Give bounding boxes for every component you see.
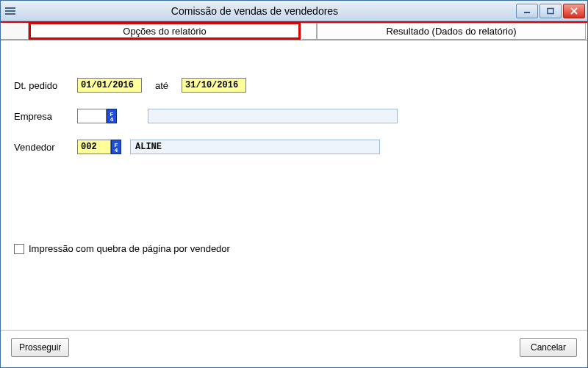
title-bar: Comissão de vendas de vendedores: [1, 1, 587, 21]
cancel-button-label: Cancelar: [531, 342, 566, 353]
row-vendedor: Vendedor 002 F4 ALINE: [14, 139, 574, 155]
footer-bar: Prosseguir Cancelar: [1, 330, 587, 367]
input-empresa-desc[interactable]: [148, 109, 398, 123]
window-controls: [516, 4, 585, 18]
tab-spacer: [1, 23, 29, 40]
input-dt-to[interactable]: 31/10/2016: [182, 78, 246, 93]
window-title: Comissão de vendas de vendedores: [0, 5, 516, 17]
lookup-vendedor-button[interactable]: F4: [111, 140, 121, 154]
form-panel: Dt. pedido 01/01/2016 até 31/10/2016 Emp…: [1, 40, 587, 330]
label-checkbox-quebra[interactable]: Impressão com quebra de página por vende…: [29, 243, 230, 254]
proceed-button[interactable]: Prosseguir: [11, 338, 69, 357]
cancel-button[interactable]: Cancelar: [520, 338, 577, 357]
row-dt-pedido: Dt. pedido 01/01/2016 até 31/10/2016: [14, 77, 574, 93]
tab-result[interactable]: Resultado (Dados do relatório): [317, 23, 586, 40]
lookup-empresa-button[interactable]: F4: [107, 109, 117, 123]
tab-options[interactable]: Opções do relatório: [29, 22, 301, 40]
close-button[interactable]: [563, 4, 585, 18]
label-dt-pedido: Dt. pedido: [14, 80, 77, 91]
input-dt-from[interactable]: 01/01/2016: [77, 78, 142, 93]
tab-result-label: Resultado (Dados do relatório): [386, 26, 516, 37]
tabs: Opções do relatório Resultado (Dados do …: [1, 23, 587, 40]
label-vendedor: Vendedor: [14, 142, 77, 153]
tab-handle: [302, 23, 317, 40]
maximize-button[interactable]: [539, 4, 562, 18]
label-ate: até: [155, 80, 168, 91]
svg-rect-1: [548, 8, 553, 13]
row-empresa: Empresa F4: [14, 108, 574, 124]
input-vendedor-desc[interactable]: ALINE: [130, 140, 380, 154]
checkbox-quebra-pagina[interactable]: [14, 244, 24, 254]
minimize-button[interactable]: [516, 4, 538, 18]
label-empresa: Empresa: [14, 111, 77, 122]
input-empresa-code[interactable]: [77, 109, 107, 123]
proceed-button-label: Prosseguir: [19, 342, 61, 353]
input-vendedor-code[interactable]: 002: [77, 140, 111, 154]
tab-options-label: Opções do relatório: [123, 26, 206, 37]
row-checkbox-quebra: Impressão com quebra de página por vende…: [14, 243, 574, 254]
app-window: Comissão de vendas de vendedores Opções …: [0, 0, 588, 368]
